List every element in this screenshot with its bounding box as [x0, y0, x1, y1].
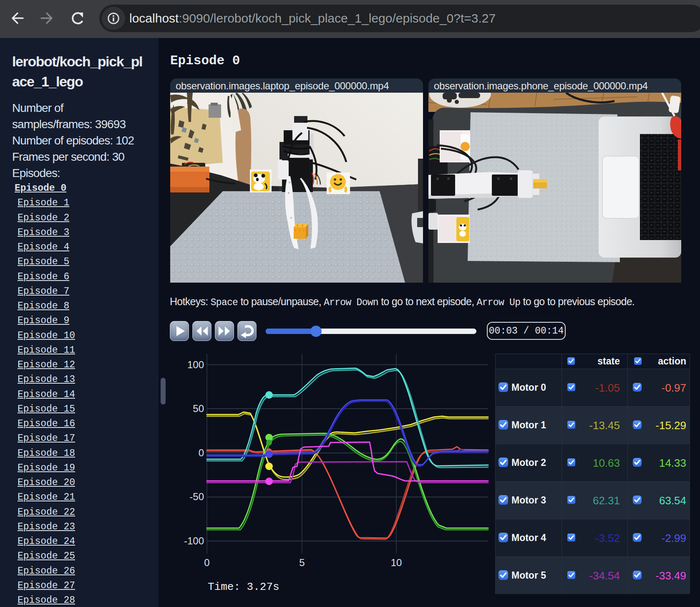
- svg-text:5: 5: [299, 557, 305, 568]
- svg-text:-100: -100: [184, 535, 204, 546]
- svg-text:-50: -50: [189, 491, 204, 502]
- svg-text:0: 0: [204, 557, 209, 568]
- svg-text:100: 100: [187, 359, 204, 370]
- svg-text:Time: 3.27s: Time: 3.27s: [208, 581, 279, 593]
- svg-text:10: 10: [391, 557, 402, 568]
- svg-text:50: 50: [193, 403, 204, 414]
- svg-text:0: 0: [199, 447, 204, 458]
